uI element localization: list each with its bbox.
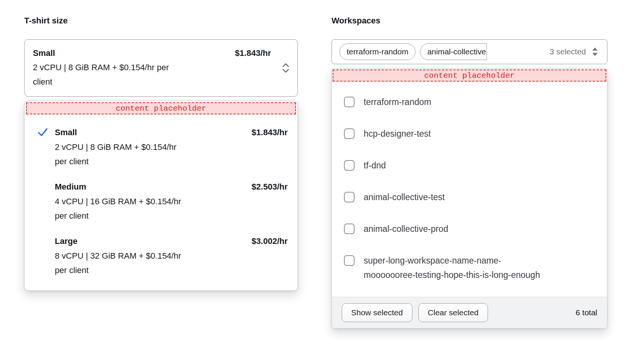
check-spacer	[37, 234, 49, 278]
option-title: Small	[55, 125, 77, 140]
tshirt-option-small[interactable]: Small $1.843/hr 2 vCPU | 8 GiB RAM + $0.…	[26, 114, 296, 169]
show-selected-button[interactable]: Show selected	[342, 303, 412, 322]
workspace-name: animal-collective-test	[364, 190, 445, 204]
workspace-name: tf-dnd	[364, 158, 386, 173]
option-desc-line1: 2 vCPU | 8 GiB RAM + $0.154/hr	[55, 140, 288, 154]
tshirt-size-section: T-shirt size Small $1.843/hr 2 vCPU | 8 …	[24, 15, 298, 291]
check-icon	[37, 125, 49, 169]
workspace-option-animal-collective-test[interactable]: animal-collective-test	[344, 181, 596, 213]
option-price: $2.503/hr	[252, 179, 288, 194]
workspaces-dropdown-footer: Show selected Clear selected 6 total	[332, 297, 607, 328]
tshirt-size-label: T-shirt size	[24, 15, 298, 26]
tshirt-option-large[interactable]: Large $3.002/hr 8 vCPU | 32 GiB RAM + $0…	[26, 223, 296, 278]
checkbox[interactable]	[344, 224, 355, 234]
workspace-name: super-long-workspace-name-name- moooooor…	[364, 253, 540, 282]
workspace-option-terraform-random[interactable]: terraform-random	[344, 86, 596, 118]
checkbox[interactable]	[344, 160, 355, 171]
workspace-name-line2: mooooooree-testing-hope-this-is-long-eno…	[364, 270, 540, 280]
select-caret-icon	[282, 62, 290, 74]
selected-count: 3 selected	[550, 47, 586, 56]
option-price: $3.002/hr	[252, 234, 288, 249]
option-price: $1.843/hr	[252, 125, 288, 140]
check-spacer	[37, 179, 49, 223]
workspace-option-tf-dnd[interactable]: tf-dnd	[344, 150, 596, 181]
workspaces-multiselect-trigger[interactable]: terraform-random animal-collective 3 sel…	[331, 39, 607, 64]
tshirt-option-medium[interactable]: Medium $2.503/hr 4 vCPU | 16 GiB RAM + $…	[26, 169, 296, 223]
workspace-name: hcp-designer-test	[364, 126, 431, 141]
chevron-updown-icon	[590, 46, 599, 57]
checkbox[interactable]	[344, 97, 355, 107]
selected-size-title: Small	[33, 46, 55, 60]
workspace-option-animal-collective-prod[interactable]: animal-collective-prod	[344, 213, 596, 245]
option-desc-line2: per client	[55, 154, 288, 169]
workspace-name: animal-collective-prod	[364, 222, 448, 236]
option-title: Medium	[55, 179, 86, 194]
workspace-name: terraform-random	[364, 95, 431, 109]
workspaces-dropdown: content placeholder terraform-random hcp…	[331, 68, 607, 329]
option-desc-line1: 8 vCPU | 32 GiB RAM + $0.154/hr	[55, 249, 288, 263]
workspaces-option-list: terraform-random hcp-designer-test tf-dn…	[332, 82, 607, 297]
option-desc-line2: per client	[55, 209, 288, 223]
checkbox[interactable]	[344, 255, 355, 266]
workspace-name-line1: super-long-workspace-name-name-	[364, 256, 501, 265]
tag-terraform-random[interactable]: terraform-random	[339, 43, 415, 60]
workspaces-label: Workspaces	[331, 15, 607, 26]
option-title: Large	[55, 234, 77, 249]
content-placeholder: content placeholder	[26, 102, 296, 114]
clear-selected-button[interactable]: Clear selected	[418, 303, 488, 322]
checkbox[interactable]	[344, 192, 355, 202]
option-desc-line2: per client	[55, 263, 288, 278]
workspace-option-super-long-workspace[interactable]: super-long-workspace-name-name- moooooor…	[344, 245, 596, 291]
workspaces-section: Workspaces terraform-random animal-colle…	[331, 15, 607, 329]
selected-size-desc-line2: client	[33, 75, 271, 89]
content-placeholder: content placeholder	[333, 69, 606, 82]
total-count: 6 total	[576, 308, 597, 317]
checkbox[interactable]	[344, 128, 355, 139]
tshirt-size-dropdown: content placeholder Small $1.843/hr 2 vC…	[24, 100, 298, 291]
selected-size-desc-line1: 2 vCPU | 8 GiB RAM + $0.154/hr per	[33, 60, 271, 75]
workspace-option-hcp-designer-test[interactable]: hcp-designer-test	[344, 118, 596, 150]
tshirt-size-select[interactable]: Small $1.843/hr 2 vCPU | 8 GiB RAM + $0.…	[24, 39, 298, 97]
tag-animal-collective[interactable]: animal-collective	[420, 43, 486, 60]
option-desc-line1: 4 vCPU | 16 GiB RAM + $0.154/hr	[55, 194, 288, 209]
selected-size-price: $1.843/hr	[235, 46, 271, 60]
